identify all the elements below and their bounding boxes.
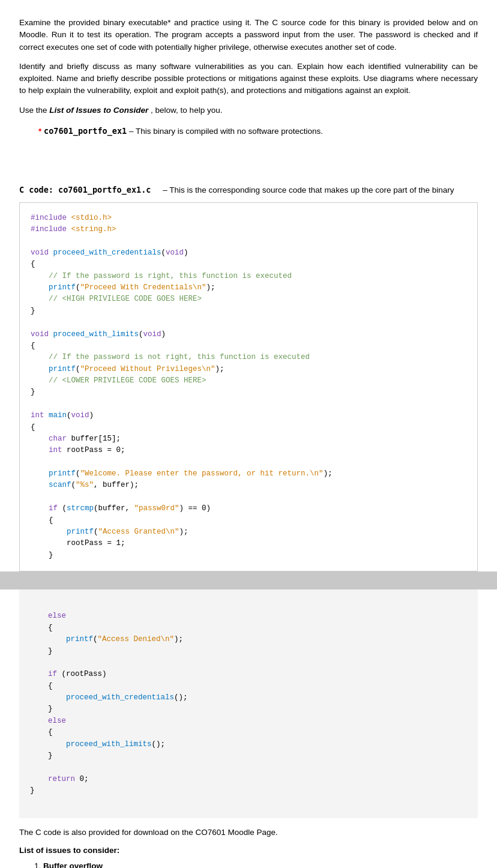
code-line: // If the password is not right, this fu… [31,352,466,363]
code-line: printf("Access Granted\n"); [31,526,466,538]
code-line: else [30,716,467,727]
page-container: Examine the provided binary executable* … [0,0,497,868]
code-line: proceed_with_credentials(); [30,692,467,704]
code-line: } [31,387,466,398]
code-line: proceed_with_limits(); [30,739,467,750]
code-line: } [30,785,467,797]
code-line: // If the password is right, this functi… [31,271,466,282]
binary-name: co7601_portfo_ex1 [44,126,127,136]
footer-moodle-text: The C code is also provided for download… [19,827,478,839]
issue-1: Buffer overflow [43,861,103,868]
code-line: int main(void) [31,410,466,421]
intro-paragraph2: Identify and briefly discuss as many sof… [19,61,478,97]
code-line: { [30,727,467,738]
intro-paragraph3: Use the List of Issues to Consider , bel… [19,104,478,116]
code-line: else [30,610,467,622]
code-line: } [31,550,466,561]
code-line: } [30,646,467,657]
code-line: { [31,259,466,270]
code-line: { [31,515,466,526]
code-line: char buffer[15]; [31,433,466,445]
code-line: { [30,681,467,692]
code-filename: C code: co7601_portfo_ex1.c [19,185,151,194]
intro-section: Examine the provided binary executable* … [19,17,478,116]
code-line: { [31,340,466,352]
code-line: } [30,704,467,715]
code-heading: C code: co7601_portfo_ex1.c – This is th… [19,184,478,196]
code-block-1: #include <stdio.h> #include <string.h> v… [19,202,478,571]
asterisk-desc: – This binary is compiled with no softwa… [127,127,323,136]
code-line: // <LOWER PRIVILEGE CODE GOES HERE> [31,375,466,387]
list-item: Buffer overflow [43,860,478,868]
code-line: return 0; [30,774,467,785]
code-line: void proceed_with_credentials(void) [31,247,466,259]
code-line: } [31,306,466,317]
intro-p3-end: , below, to help you. [151,106,222,115]
asterisk-note: * co7601_portfo_ex1 – This binary is com… [38,125,478,137]
code-line: if (rootPass) [30,669,467,680]
code-line: // <HIGH PRIVILEGE CODE GOES HERE> [31,294,466,305]
code-line: #include <stdio.h> [31,212,466,224]
intro-paragraph1: Examine the provided binary executable* … [19,17,478,53]
issues-list: Buffer overflow Stack overflow Hard-code… [43,860,478,868]
code-line: printf("Welcome. Please enter the passwo… [31,468,466,480]
code-line: scanf("%s", buffer); [31,480,466,491]
red-star: * [38,127,44,136]
code-line: { [31,422,466,433]
code-line: printf("Proceed Without Privileges\n"); [31,364,466,375]
code-block-2: else { printf("Access Denied\n"); } if (… [19,589,478,818]
intro-p3-start: Use the [19,106,49,115]
code-line: { [30,622,467,634]
code-line: void proceed_with_limits(void) [31,329,466,340]
section-divider [0,571,497,589]
code-line: printf("Access Denied\n"); [30,634,467,645]
code-line: } [30,750,467,762]
code-line: int rootPass = 0; [31,445,466,456]
code-line: printf("Proceed With Credentials\n"); [31,282,466,294]
intro-italic: List of Issues to Consider [49,106,148,115]
code-line: rootPass = 1; [31,538,466,549]
code-line: if (strcmp(buffer, "passw0rd") == 0) [31,503,466,514]
list-issues-heading: List of issues to consider: [19,845,478,857]
code-line: #include <string.h> [31,224,466,235]
code-desc: – This is the corresponding source code … [163,185,454,194]
